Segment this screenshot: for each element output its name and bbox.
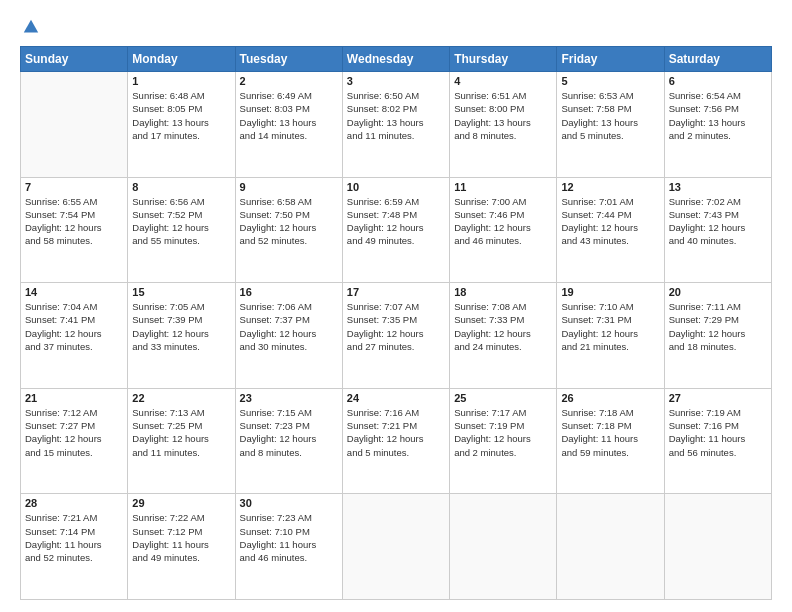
day-number: 22 [132,392,230,404]
day-detail: Sunrise: 7:07 AM Sunset: 7:35 PM Dayligh… [347,300,445,353]
day-number: 28 [25,497,123,509]
day-detail: Sunrise: 6:51 AM Sunset: 8:00 PM Dayligh… [454,89,552,142]
header [20,18,772,36]
calendar-header-row: SundayMondayTuesdayWednesdayThursdayFrid… [21,47,772,72]
day-detail: Sunrise: 7:06 AM Sunset: 7:37 PM Dayligh… [240,300,338,353]
day-detail: Sunrise: 7:19 AM Sunset: 7:16 PM Dayligh… [669,406,767,459]
calendar-cell: 18Sunrise: 7:08 AM Sunset: 7:33 PM Dayli… [450,283,557,389]
day-number: 29 [132,497,230,509]
calendar-cell [557,494,664,600]
day-number: 7 [25,181,123,193]
calendar-cell: 14Sunrise: 7:04 AM Sunset: 7:41 PM Dayli… [21,283,128,389]
day-of-week-header: Saturday [664,47,771,72]
day-of-week-header: Friday [557,47,664,72]
calendar-cell [664,494,771,600]
calendar-cell: 19Sunrise: 7:10 AM Sunset: 7:31 PM Dayli… [557,283,664,389]
calendar-table: SundayMondayTuesdayWednesdayThursdayFrid… [20,46,772,600]
calendar-cell: 4Sunrise: 6:51 AM Sunset: 8:00 PM Daylig… [450,72,557,178]
day-number: 25 [454,392,552,404]
day-detail: Sunrise: 7:13 AM Sunset: 7:25 PM Dayligh… [132,406,230,459]
calendar-cell: 15Sunrise: 7:05 AM Sunset: 7:39 PM Dayli… [128,283,235,389]
calendar-cell: 20Sunrise: 7:11 AM Sunset: 7:29 PM Dayli… [664,283,771,389]
day-of-week-header: Thursday [450,47,557,72]
day-number: 4 [454,75,552,87]
day-number: 1 [132,75,230,87]
day-number: 19 [561,286,659,298]
day-number: 26 [561,392,659,404]
calendar-week-row: 21Sunrise: 7:12 AM Sunset: 7:27 PM Dayli… [21,388,772,494]
day-detail: Sunrise: 7:08 AM Sunset: 7:33 PM Dayligh… [454,300,552,353]
calendar-week-row: 7Sunrise: 6:55 AM Sunset: 7:54 PM Daylig… [21,177,772,283]
calendar-cell: 6Sunrise: 6:54 AM Sunset: 7:56 PM Daylig… [664,72,771,178]
day-detail: Sunrise: 7:23 AM Sunset: 7:10 PM Dayligh… [240,511,338,564]
day-number: 13 [669,181,767,193]
day-of-week-header: Monday [128,47,235,72]
day-detail: Sunrise: 7:02 AM Sunset: 7:43 PM Dayligh… [669,195,767,248]
calendar-cell: 1Sunrise: 6:48 AM Sunset: 8:05 PM Daylig… [128,72,235,178]
calendar-cell: 29Sunrise: 7:22 AM Sunset: 7:12 PM Dayli… [128,494,235,600]
calendar-cell: 16Sunrise: 7:06 AM Sunset: 7:37 PM Dayli… [235,283,342,389]
day-number: 11 [454,181,552,193]
day-number: 27 [669,392,767,404]
day-number: 6 [669,75,767,87]
day-number: 16 [240,286,338,298]
calendar-cell: 13Sunrise: 7:02 AM Sunset: 7:43 PM Dayli… [664,177,771,283]
day-detail: Sunrise: 7:01 AM Sunset: 7:44 PM Dayligh… [561,195,659,248]
day-number: 21 [25,392,123,404]
day-of-week-header: Tuesday [235,47,342,72]
calendar-cell: 28Sunrise: 7:21 AM Sunset: 7:14 PM Dayli… [21,494,128,600]
day-detail: Sunrise: 6:56 AM Sunset: 7:52 PM Dayligh… [132,195,230,248]
day-number: 23 [240,392,338,404]
logo-icon [22,18,40,36]
day-number: 20 [669,286,767,298]
calendar-cell: 5Sunrise: 6:53 AM Sunset: 7:58 PM Daylig… [557,72,664,178]
day-detail: Sunrise: 7:12 AM Sunset: 7:27 PM Dayligh… [25,406,123,459]
day-detail: Sunrise: 6:53 AM Sunset: 7:58 PM Dayligh… [561,89,659,142]
day-detail: Sunrise: 6:55 AM Sunset: 7:54 PM Dayligh… [25,195,123,248]
day-number: 17 [347,286,445,298]
day-of-week-header: Wednesday [342,47,449,72]
day-detail: Sunrise: 7:11 AM Sunset: 7:29 PM Dayligh… [669,300,767,353]
calendar-cell: 9Sunrise: 6:58 AM Sunset: 7:50 PM Daylig… [235,177,342,283]
day-number: 14 [25,286,123,298]
calendar-cell: 27Sunrise: 7:19 AM Sunset: 7:16 PM Dayli… [664,388,771,494]
day-number: 5 [561,75,659,87]
calendar-cell: 25Sunrise: 7:17 AM Sunset: 7:19 PM Dayli… [450,388,557,494]
logo [20,18,42,36]
calendar-cell: 3Sunrise: 6:50 AM Sunset: 8:02 PM Daylig… [342,72,449,178]
day-number: 8 [132,181,230,193]
calendar-cell: 12Sunrise: 7:01 AM Sunset: 7:44 PM Dayli… [557,177,664,283]
day-number: 15 [132,286,230,298]
day-detail: Sunrise: 6:54 AM Sunset: 7:56 PM Dayligh… [669,89,767,142]
day-detail: Sunrise: 7:16 AM Sunset: 7:21 PM Dayligh… [347,406,445,459]
day-detail: Sunrise: 6:48 AM Sunset: 8:05 PM Dayligh… [132,89,230,142]
calendar-week-row: 14Sunrise: 7:04 AM Sunset: 7:41 PM Dayli… [21,283,772,389]
calendar-week-row: 1Sunrise: 6:48 AM Sunset: 8:05 PM Daylig… [21,72,772,178]
day-detail: Sunrise: 7:04 AM Sunset: 7:41 PM Dayligh… [25,300,123,353]
day-number: 30 [240,497,338,509]
calendar-cell: 17Sunrise: 7:07 AM Sunset: 7:35 PM Dayli… [342,283,449,389]
day-detail: Sunrise: 6:50 AM Sunset: 8:02 PM Dayligh… [347,89,445,142]
calendar-cell: 8Sunrise: 6:56 AM Sunset: 7:52 PM Daylig… [128,177,235,283]
calendar-cell: 21Sunrise: 7:12 AM Sunset: 7:27 PM Dayli… [21,388,128,494]
calendar-cell: 23Sunrise: 7:15 AM Sunset: 7:23 PM Dayli… [235,388,342,494]
day-detail: Sunrise: 7:17 AM Sunset: 7:19 PM Dayligh… [454,406,552,459]
day-number: 3 [347,75,445,87]
calendar-cell: 2Sunrise: 6:49 AM Sunset: 8:03 PM Daylig… [235,72,342,178]
calendar-page: SundayMondayTuesdayWednesdayThursdayFrid… [0,0,792,612]
calendar-cell: 22Sunrise: 7:13 AM Sunset: 7:25 PM Dayli… [128,388,235,494]
calendar-cell: 7Sunrise: 6:55 AM Sunset: 7:54 PM Daylig… [21,177,128,283]
day-number: 12 [561,181,659,193]
day-number: 10 [347,181,445,193]
day-detail: Sunrise: 7:21 AM Sunset: 7:14 PM Dayligh… [25,511,123,564]
day-detail: Sunrise: 7:15 AM Sunset: 7:23 PM Dayligh… [240,406,338,459]
day-detail: Sunrise: 7:10 AM Sunset: 7:31 PM Dayligh… [561,300,659,353]
calendar-cell: 10Sunrise: 6:59 AM Sunset: 7:48 PM Dayli… [342,177,449,283]
day-number: 2 [240,75,338,87]
day-detail: Sunrise: 6:49 AM Sunset: 8:03 PM Dayligh… [240,89,338,142]
day-detail: Sunrise: 7:22 AM Sunset: 7:12 PM Dayligh… [132,511,230,564]
day-detail: Sunrise: 7:18 AM Sunset: 7:18 PM Dayligh… [561,406,659,459]
calendar-cell: 24Sunrise: 7:16 AM Sunset: 7:21 PM Dayli… [342,388,449,494]
calendar-cell: 30Sunrise: 7:23 AM Sunset: 7:10 PM Dayli… [235,494,342,600]
calendar-week-row: 28Sunrise: 7:21 AM Sunset: 7:14 PM Dayli… [21,494,772,600]
